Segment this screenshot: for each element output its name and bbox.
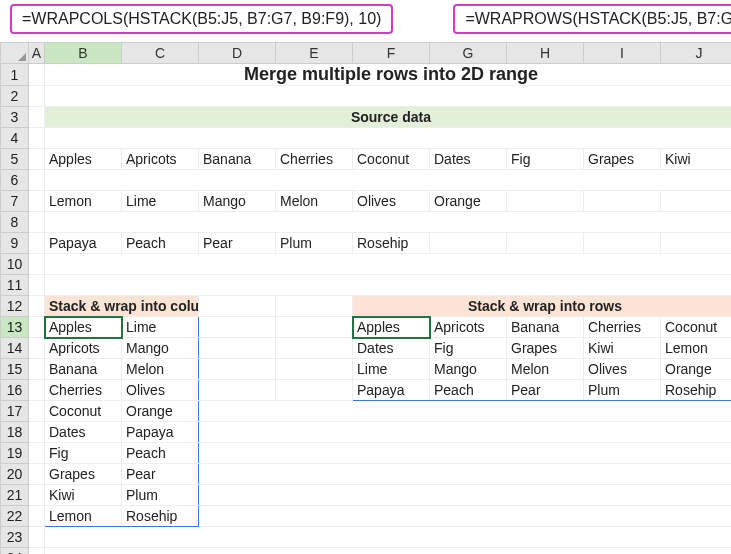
colhead-B[interactable]: B bbox=[45, 43, 122, 64]
cell[interactable] bbox=[45, 275, 732, 296]
cell[interactable]: Dates bbox=[45, 422, 122, 443]
cell[interactable]: Lime bbox=[122, 191, 199, 212]
row-20[interactable]: 20 Grapes Pear bbox=[1, 464, 732, 485]
cell[interactable] bbox=[584, 233, 661, 254]
row-17[interactable]: 17 Coconut Orange bbox=[1, 401, 732, 422]
row-11[interactable]: 11 bbox=[1, 275, 732, 296]
rowhead-14[interactable]: 14 bbox=[1, 338, 29, 359]
rowhead-11[interactable]: 11 bbox=[1, 275, 29, 296]
cell[interactable]: Rosehip bbox=[122, 506, 199, 527]
spreadsheet-grid[interactable]: A B C D E F G H I J 1 Merge multiple row… bbox=[0, 42, 731, 554]
cell[interactable]: Mango bbox=[199, 191, 276, 212]
wrapcols-header[interactable]: Stack & wrap into columns bbox=[45, 296, 199, 317]
cell[interactable] bbox=[45, 212, 732, 233]
cell[interactable]: Kiwi bbox=[661, 149, 732, 170]
rowhead-10[interactable]: 10 bbox=[1, 254, 29, 275]
cell[interactable]: Dates bbox=[353, 338, 430, 359]
row-13[interactable]: 13 Apples Lime Apples Apricots Banana Ch… bbox=[1, 317, 732, 338]
cell[interactable]: Cherries bbox=[584, 317, 661, 338]
colhead-A[interactable]: A bbox=[29, 43, 45, 64]
rowhead-15[interactable]: 15 bbox=[1, 359, 29, 380]
rowhead-19[interactable]: 19 bbox=[1, 443, 29, 464]
cell[interactable]: Cherries bbox=[45, 380, 122, 401]
cell[interactable]: Peach bbox=[122, 233, 199, 254]
cell[interactable]: Apricots bbox=[430, 317, 507, 338]
colhead-F[interactable]: F bbox=[353, 43, 430, 64]
row-16[interactable]: 16 Cherries Olives Papaya Peach Pear Plu… bbox=[1, 380, 732, 401]
row-19[interactable]: 19 Fig Peach bbox=[1, 443, 732, 464]
cell[interactable]: Banana bbox=[507, 317, 584, 338]
cell[interactable] bbox=[199, 401, 732, 422]
cell[interactable]: Apricots bbox=[45, 338, 122, 359]
row-2[interactable]: 2 bbox=[1, 86, 732, 107]
cell[interactable] bbox=[199, 380, 276, 401]
colhead-G[interactable]: G bbox=[430, 43, 507, 64]
cell[interactable]: Peach bbox=[430, 380, 507, 401]
cell[interactable] bbox=[507, 191, 584, 212]
cell[interactable] bbox=[199, 422, 732, 443]
cell[interactable]: Olives bbox=[122, 380, 199, 401]
row-5[interactable]: 5 Apples Apricots Banana Cherries Coconu… bbox=[1, 149, 732, 170]
cell[interactable]: Grapes bbox=[584, 149, 661, 170]
cell[interactable]: Pear bbox=[507, 380, 584, 401]
rowhead-21[interactable]: 21 bbox=[1, 485, 29, 506]
colhead-H[interactable]: H bbox=[507, 43, 584, 64]
row-9[interactable]: 9 Papaya Peach Pear Plum Rosehip bbox=[1, 233, 732, 254]
cell[interactable]: Lime bbox=[353, 359, 430, 380]
row-18[interactable]: 18 Dates Papaya bbox=[1, 422, 732, 443]
cell[interactable] bbox=[45, 548, 732, 555]
row-14[interactable]: 14 Apricots Mango Dates Fig Grapes Kiwi … bbox=[1, 338, 732, 359]
rowhead-12[interactable]: 12 bbox=[1, 296, 29, 317]
cell[interactable] bbox=[661, 233, 732, 254]
cell[interactable]: Grapes bbox=[45, 464, 122, 485]
cell[interactable]: Rosehip bbox=[353, 233, 430, 254]
cell[interactable] bbox=[29, 296, 45, 317]
cell[interactable] bbox=[29, 275, 45, 296]
cell[interactable]: Orange bbox=[122, 401, 199, 422]
cell[interactable] bbox=[199, 359, 276, 380]
cell[interactable] bbox=[276, 296, 353, 317]
rowhead-20[interactable]: 20 bbox=[1, 464, 29, 485]
rowhead-4[interactable]: 4 bbox=[1, 128, 29, 149]
source-data-header[interactable]: Source data bbox=[45, 107, 732, 128]
rowhead-5[interactable]: 5 bbox=[1, 149, 29, 170]
row-1[interactable]: 1 Merge multiple rows into 2D range bbox=[1, 64, 732, 86]
cell[interactable]: Rosehip bbox=[661, 380, 732, 401]
rowhead-24[interactable]: 24 bbox=[1, 548, 29, 555]
rowhead-3[interactable]: 3 bbox=[1, 107, 29, 128]
cell[interactable]: Grapes bbox=[507, 338, 584, 359]
rowhead-23[interactable]: 23 bbox=[1, 527, 29, 548]
cell[interactable] bbox=[29, 191, 45, 212]
cell[interactable]: Lemon bbox=[45, 191, 122, 212]
column-header-row[interactable]: A B C D E F G H I J bbox=[1, 43, 732, 64]
cell[interactable] bbox=[507, 233, 584, 254]
cell[interactable] bbox=[29, 485, 45, 506]
cell[interactable] bbox=[276, 359, 353, 380]
cell[interactable]: Melon bbox=[276, 191, 353, 212]
row-4[interactable]: 4 bbox=[1, 128, 732, 149]
cell[interactable] bbox=[45, 170, 732, 191]
cell[interactable]: Cherries bbox=[276, 149, 353, 170]
cell[interactable] bbox=[29, 464, 45, 485]
cell[interactable] bbox=[29, 64, 45, 86]
cell[interactable]: Orange bbox=[661, 359, 732, 380]
cell[interactable] bbox=[276, 338, 353, 359]
cell[interactable] bbox=[276, 380, 353, 401]
cell[interactable] bbox=[29, 254, 45, 275]
active-cell[interactable]: Apples bbox=[45, 317, 122, 338]
rowhead-6[interactable]: 6 bbox=[1, 170, 29, 191]
cell[interactable]: Plum bbox=[122, 485, 199, 506]
cell[interactable]: Mango bbox=[122, 338, 199, 359]
cell[interactable] bbox=[199, 338, 276, 359]
cell[interactable] bbox=[199, 443, 732, 464]
cell[interactable]: Plum bbox=[276, 233, 353, 254]
cell[interactable] bbox=[29, 338, 45, 359]
row-6[interactable]: 6 bbox=[1, 170, 732, 191]
cell[interactable]: Olives bbox=[353, 191, 430, 212]
cell[interactable] bbox=[276, 317, 353, 338]
colhead-J[interactable]: J bbox=[661, 43, 732, 64]
cell[interactable]: Banana bbox=[45, 359, 122, 380]
cell[interactable]: Melon bbox=[122, 359, 199, 380]
worksheet-table[interactable]: A B C D E F G H I J 1 Merge multiple row… bbox=[0, 42, 731, 554]
cell[interactable] bbox=[45, 254, 732, 275]
